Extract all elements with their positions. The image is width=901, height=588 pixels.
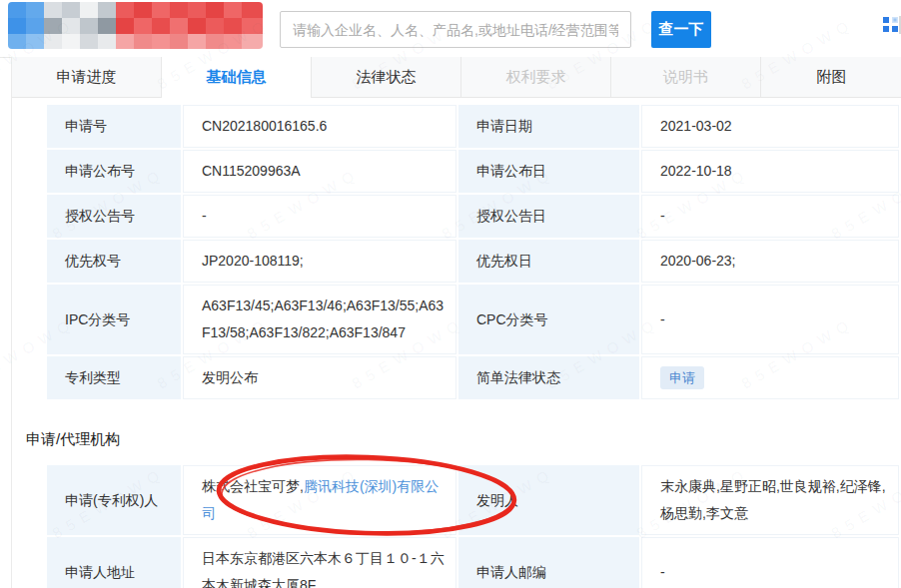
table-row: 申请公布号 CN115209963A 申请公布日 2022-10-18: [47, 150, 899, 193]
field-value: CN115209963A: [183, 150, 456, 193]
site-logo-redacted: [8, 2, 263, 49]
tab-bar: 申请进度基础信息法律状态权利要求说明书附图: [12, 57, 901, 98]
search-input[interactable]: [280, 11, 631, 48]
table-row: 优先权号 JP2020-108119; 优先权日 2020-06-23;: [47, 240, 899, 283]
table-row: 专利类型 发明公布 简单法律状态 申请: [47, 356, 899, 399]
field-value: 2020-06-23;: [641, 240, 899, 283]
field-value-inventors: 末永康典,星野正昭,世良规裕,纪泽锋,杨思勤,李文意: [641, 465, 899, 535]
site-header: 查一下: [0, 0, 901, 58]
field-value: 申请: [641, 356, 899, 399]
field-label: 优先权日: [458, 240, 639, 283]
field-value: JP2020-108119;: [183, 240, 456, 283]
tab-claims: 权利要求: [461, 57, 611, 97]
field-label: 申请公布号: [47, 150, 181, 193]
section-title-applicant-agency: 申请/代理机构: [26, 430, 120, 449]
tab-application-progress[interactable]: 申请进度: [12, 57, 162, 97]
tab-basic-info[interactable]: 基础信息: [162, 57, 312, 98]
field-value: 2022-10-18: [641, 150, 899, 193]
field-label: 授权公告日: [458, 195, 639, 238]
field-label: 申请号: [47, 105, 181, 148]
tab-description: 说明书: [611, 57, 761, 97]
apps-grid-icon[interactable]: [883, 17, 898, 32]
field-label: 申请(专利权)人: [47, 465, 181, 535]
field-value: -: [183, 195, 456, 238]
field-value-ipc: A63F13/45;A63F13/46;A63F13/55;A63F13/58;…: [183, 285, 456, 354]
field-label: 申请日期: [458, 105, 639, 148]
basic-info-table: 申请号 CN202180016165.6 申请日期 2021-03-02 申请公…: [45, 103, 901, 401]
table-row: 授权公告号 - 授权公告日 -: [47, 195, 899, 238]
field-label: 授权公告号: [47, 195, 181, 238]
field-value: CN202180016165.6: [183, 105, 456, 148]
field-label: 发明人: [458, 465, 639, 535]
applicant-name-plain: 株式会社宝可梦,: [202, 478, 304, 494]
tab-legal-status[interactable]: 法律状态: [312, 57, 461, 97]
logo-pixelation-graphic: [8, 2, 263, 49]
table-row: 申请号 CN202180016165.6 申请日期 2021-03-02: [47, 105, 899, 148]
field-label: 优先权号: [47, 240, 181, 283]
field-value: -: [641, 285, 899, 354]
tab-figures[interactable]: 附图: [761, 57, 901, 97]
field-label: 申请人地址: [47, 537, 181, 588]
field-value: 发明公布: [183, 356, 456, 399]
search-button[interactable]: 查一下: [651, 11, 711, 48]
field-label: 申请人邮编: [458, 537, 639, 588]
field-label: 申请公布日: [458, 150, 639, 193]
field-label: CPC分类号: [458, 285, 639, 354]
table-row: 申请(专利权)人 株式会社宝可梦,腾讯科技(深圳)有限公司 发明人 末永康典,星…: [47, 465, 899, 535]
field-label: 简单法律状态: [458, 356, 639, 399]
field-label: IPC分类号: [47, 285, 181, 354]
legal-status-badge: 申请: [660, 366, 704, 389]
field-value: -: [641, 537, 899, 588]
basic-info-content: 申请号 CN202180016165.6 申请日期 2021-03-02 申请公…: [12, 98, 901, 588]
field-value: -: [641, 195, 899, 238]
table-row: 申请人地址 日本东京都港区六本木６丁目１０-１六本木新城森大厦8F 申请人邮编 …: [47, 537, 899, 588]
field-value-address: 日本东京都港区六本木６丁目１０-１六本木新城森大厦8F: [183, 537, 456, 588]
field-label: 专利类型: [47, 356, 181, 399]
patent-detail-panel: 申请进度基础信息法律状态权利要求说明书附图 申请号 CN202180016165…: [11, 57, 901, 588]
field-value-applicants: 株式会社宝可梦,腾讯科技(深圳)有限公司: [183, 465, 456, 535]
table-row: IPC分类号 A63F13/45;A63F13/46;A63F13/55;A63…: [47, 285, 899, 354]
applicant-table: 申请(专利权)人 株式会社宝可梦,腾讯科技(深圳)有限公司 发明人 末永康典,星…: [45, 463, 901, 588]
field-value: 2021-03-02: [641, 105, 899, 148]
